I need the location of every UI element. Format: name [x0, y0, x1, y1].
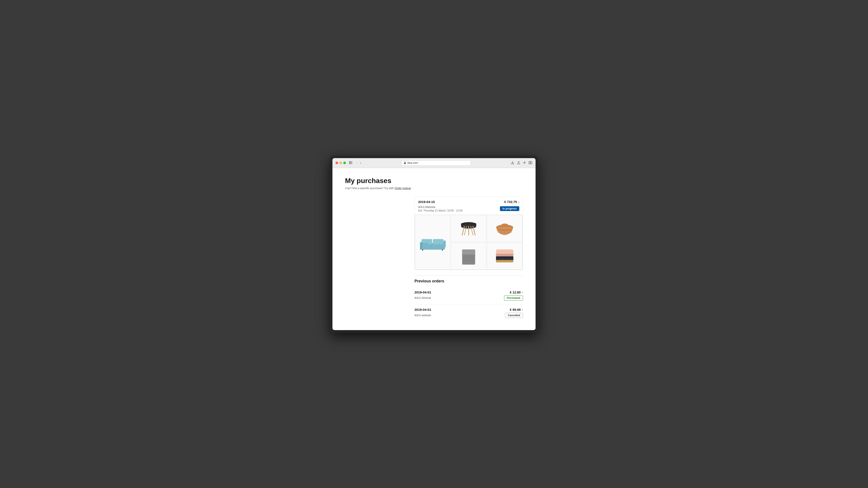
prev-order-date-1: 2019-04-01 — [414, 308, 431, 312]
product-cell-basket — [487, 215, 523, 242]
svg-rect-0 — [349, 161, 352, 162]
close-button[interactable] — [336, 162, 338, 164]
previous-orders-title: Previous orders — [414, 279, 523, 284]
current-order-estimated: Est. Thursday 21 March, 10:00 - 12:00 — [418, 209, 463, 212]
download-button[interactable] — [510, 161, 515, 165]
lock-icon — [404, 161, 406, 165]
current-order-price: € 732.75 — [504, 200, 517, 204]
address-bar-container: ikea.com — [364, 160, 508, 166]
prev-order-chevron-0: › — [522, 290, 523, 294]
product-cell-table — [451, 215, 487, 242]
browser-window: ‹ › ikea.com — [333, 158, 535, 330]
share-button[interactable] — [517, 161, 521, 165]
forward-button[interactable]: › — [359, 161, 362, 165]
prev-order-chevron-1: › — [522, 308, 523, 311]
prev-order-status-badge-1: Cancelled — [505, 313, 523, 318]
page-inner: My purchases Can't find a specific purch… — [336, 177, 532, 321]
svg-rect-2 — [349, 164, 352, 164]
order-chevron-icon: › — [518, 200, 519, 203]
svg-rect-12 — [420, 242, 422, 250]
maximize-button[interactable] — [343, 162, 346, 164]
previous-order-row-0[interactable]: 2019-04-01 € 12.80 › IKEA Älmhult Purcha… — [414, 287, 523, 304]
prev-order-price-row-0: € 12.80 › — [510, 290, 523, 294]
svg-rect-1 — [349, 162, 352, 163]
sofa-image — [418, 232, 448, 252]
subtitle: Can't find a specific purchase? Try with… — [345, 187, 523, 190]
blanket-image — [454, 245, 484, 267]
product-cell-sofa — [415, 215, 451, 269]
browser-chrome: ‹ › ikea.com — [333, 158, 535, 168]
current-order-status-badge: In progress — [500, 206, 519, 211]
nav-buttons: ‹ › — [355, 161, 362, 165]
prev-order-source-1: IKEA website — [414, 314, 431, 317]
product-grid — [415, 215, 523, 270]
side-table-image — [454, 218, 484, 239]
svg-rect-13 — [422, 249, 423, 251]
tab-overview-button[interactable] — [528, 161, 532, 165]
subtitle-text: Can't find a specific purchase? Try with — [345, 187, 395, 190]
main-layout: 2019-04-15 € 732.75 › IKEA Website — [345, 196, 523, 321]
prev-order-price-1: € 99.99 — [510, 308, 521, 312]
po-bottom-0: IKEA Älmhult Purchased — [414, 295, 523, 301]
product-cell-blanket — [451, 242, 487, 269]
pillow-image — [490, 245, 520, 267]
traffic-lights — [336, 162, 346, 164]
svg-rect-28 — [462, 250, 475, 255]
svg-rect-5 — [529, 161, 530, 164]
current-order-card[interactable]: 2019-04-15 € 732.75 › IKEA Website — [414, 196, 523, 270]
back-button[interactable]: ‹ — [355, 161, 358, 165]
po-top-0: 2019-04-01 € 12.80 › — [414, 290, 523, 294]
prev-order-price-0: € 12.80 — [510, 290, 521, 294]
page-content: My purchases Can't find a specific purch… — [333, 168, 535, 330]
po-top-1: 2019-04-01 € 99.99 › — [414, 308, 523, 312]
url-text: ikea.com — [407, 161, 418, 164]
order-meta: IKEA Website Est. Thursday 21 March, 10:… — [418, 205, 519, 215]
order-price-row: € 732.75 › — [504, 200, 519, 204]
svg-rect-4 — [404, 162, 406, 164]
screen-wrapper: ‹ › ikea.com — [330, 156, 538, 333]
basket-image — [490, 218, 520, 239]
order-header: 2019-04-15 € 732.75 › — [418, 196, 519, 205]
current-order-source: IKEA Website — [418, 205, 463, 209]
po-bottom-1: IKEA website Cancelled — [414, 313, 523, 318]
section-divider — [414, 275, 523, 275]
address-bar[interactable]: ikea.com — [401, 160, 471, 166]
new-tab-button[interactable] — [523, 161, 526, 165]
current-order-date: 2019-04-15 — [418, 200, 435, 204]
prev-order-status-badge-0: Purchased — [504, 295, 523, 301]
order-lookup-link[interactable]: Order lookup — [395, 187, 411, 190]
svg-rect-38 — [496, 254, 513, 256]
svg-rect-10 — [443, 241, 445, 248]
page-title: My purchases — [345, 177, 523, 185]
prev-order-date-0: 2019-04-01 — [414, 290, 431, 294]
previous-order-row-1[interactable]: 2019-04-01 € 99.99 › IKEA website Cancel… — [414, 304, 523, 321]
order-source-block: IKEA Website Est. Thursday 21 March, 10:… — [418, 205, 463, 212]
left-panel — [345, 196, 406, 321]
svg-rect-14 — [442, 249, 443, 251]
product-cell-pillow — [487, 242, 523, 269]
svg-rect-9 — [433, 239, 443, 245]
browser-actions — [510, 161, 532, 165]
minimize-button[interactable] — [339, 162, 342, 164]
right-panel: 2019-04-15 € 732.75 › IKEA Website — [414, 196, 523, 321]
prev-order-price-row-1: € 99.99 › — [510, 308, 523, 312]
svg-rect-6 — [531, 161, 532, 164]
prev-order-source-0: IKEA Älmhult — [414, 296, 431, 299]
sidebar-toggle-button[interactable] — [348, 161, 353, 165]
